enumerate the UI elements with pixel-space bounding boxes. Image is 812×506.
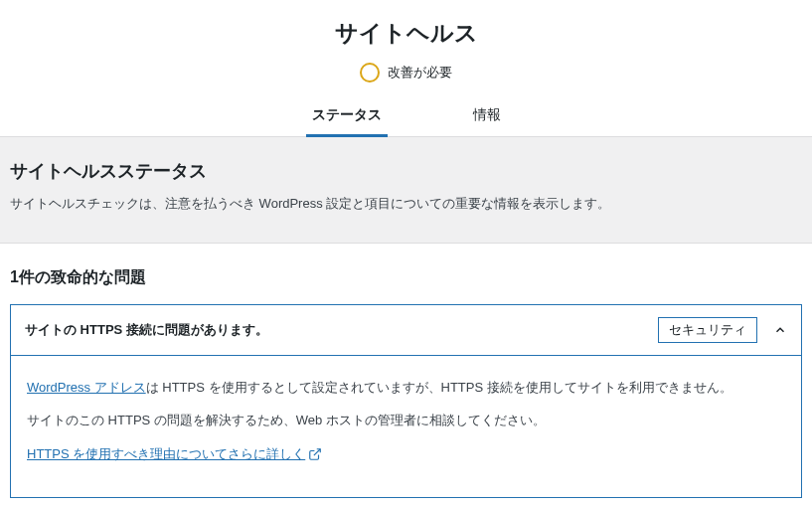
security-badge: セキュリティ <box>658 317 757 343</box>
page-title: サイトヘルス <box>0 18 812 49</box>
wp-address-link[interactable]: WordPress アドレス <box>27 380 146 395</box>
https-learn-more-link[interactable]: HTTPS を使用すべき理由についてさらに詳しく <box>27 446 305 461</box>
issue-link-row: HTTPS を使用すべき理由についてさらに詳しく <box>27 442 785 465</box>
health-indicator: 改善が必要 <box>0 63 812 83</box>
chevron-up-icon <box>773 323 787 337</box>
svg-line-0 <box>314 449 320 455</box>
external-link-icon <box>308 447 322 461</box>
critical-heading: 1件の致命的な問題 <box>10 267 802 288</box>
tab-info[interactable]: 情報 <box>467 98 507 136</box>
indicator-label: 改善が必要 <box>388 64 452 82</box>
issue-p1: WordPress アドレスは HTTPS を使用するとして設定されていますが、… <box>27 376 785 399</box>
status-desc: サイトヘルスチェックは、注意を払うべき WordPress 設定と項目についての… <box>10 195 802 213</box>
status-heading: サイトヘルスステータス <box>10 159 802 183</box>
tabs: ステータス 情報 <box>0 98 812 137</box>
issue-header[interactable]: サイトの HTTPS 接続に問題があります。 セキュリティ <box>11 305 801 356</box>
issue-p2: サイトのこの HTTPS の問題を解決するため、Web ホストの管理者に相談して… <box>27 409 785 431</box>
issue-title: サイトの HTTPS 接続に問題があります。 <box>25 321 268 339</box>
progress-circle-icon <box>360 63 380 83</box>
tab-status[interactable]: ステータス <box>306 98 388 137</box>
issue-body: WordPress アドレスは HTTPS を使用するとして設定されていますが、… <box>11 356 801 497</box>
issue-item: サイトの HTTPS 接続に問題があります。 セキュリティ WordPress … <box>10 304 802 498</box>
